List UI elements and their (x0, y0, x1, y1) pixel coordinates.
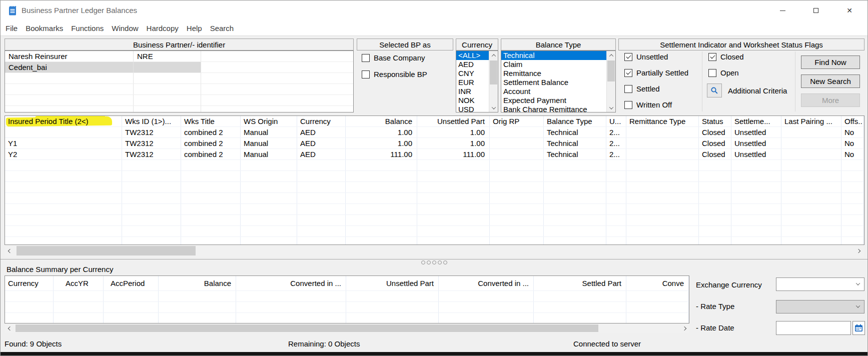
business-partner-row[interactable] (5, 95, 353, 106)
checkbox[interactable] (708, 69, 716, 77)
column-header[interactable]: Balance Type (544, 116, 606, 126)
business-partner-row[interactable] (5, 84, 353, 95)
business-partner-row[interactable]: Cedent_bai (5, 62, 353, 73)
scrollbar-thumb[interactable] (17, 246, 196, 256)
checkbox[interactable] (624, 85, 632, 93)
column-header[interactable]: WS Origin (241, 116, 297, 126)
balance-type-option[interactable]: Account (501, 87, 607, 96)
business-partner-row[interactable] (5, 106, 353, 112)
menu-item-file[interactable]: File (6, 24, 22, 32)
flag-closed[interactable]: Closed (708, 52, 744, 61)
column-header[interactable]: Converted in ... (236, 276, 346, 290)
scroll-up-icon[interactable] (489, 51, 498, 60)
checkbox[interactable] (624, 101, 632, 109)
balance-type-option[interactable]: Technical (501, 51, 607, 60)
business-partner-row[interactable]: Naresh ReinsurerNRE (5, 51, 353, 62)
column-header[interactable]: Balance (159, 276, 236, 290)
checkbox-checked[interactable] (624, 69, 632, 77)
column-header[interactable]: Last Pairing ... (781, 116, 841, 126)
flag-partially-settled[interactable]: Partially Settled (624, 68, 688, 77)
balance-type-listbox[interactable]: TechnicalClaimRemittanceSettlement Balan… (501, 50, 616, 112)
new-search-button[interactable]: New Search (801, 74, 860, 88)
rate-date-input[interactable] (776, 321, 851, 335)
option-responsible-bp[interactable]: Responsible BP (362, 70, 427, 78)
scrollbar-thumb[interactable] (16, 324, 598, 332)
currency-option[interactable]: CNY (456, 69, 489, 78)
checkbox-checked[interactable] (708, 53, 716, 61)
checkbox-checked[interactable] (624, 53, 632, 61)
column-header[interactable]: Orig RP (490, 116, 544, 126)
menu-item-bookmarks[interactable]: Bookmarks (22, 24, 67, 32)
additional-criteria-button[interactable] (707, 84, 722, 98)
column-header[interactable]: Wks Title (181, 116, 241, 126)
flag-settled[interactable]: Settled (624, 84, 688, 93)
flag-unsettled[interactable]: Unsettled (624, 52, 688, 61)
menu-item-functions[interactable]: Functions (67, 24, 108, 32)
currency-scrollbar[interactable] (489, 51, 498, 112)
find-now-button[interactable]: Find Now (801, 56, 860, 69)
scroll-down-icon[interactable] (489, 104, 498, 112)
pager-dot[interactable] (443, 260, 447, 264)
column-header[interactable]: Unsettled Part (346, 276, 439, 290)
column-header[interactable]: Insured Period Title (2<) (5, 116, 122, 126)
currency-option[interactable]: NOK (456, 96, 489, 105)
column-header[interactable]: Currency (297, 116, 346, 126)
balance-type-scrollbar[interactable] (606, 51, 615, 112)
pager-dot[interactable] (427, 260, 431, 264)
currency-option[interactable]: AED (456, 60, 489, 69)
column-header[interactable]: Offs.. (841, 116, 864, 126)
scroll-left-icon[interactable] (6, 246, 14, 255)
checkbox[interactable] (362, 70, 370, 78)
checkbox[interactable] (362, 54, 370, 62)
balance-type-option[interactable]: Expected Payment (501, 96, 607, 105)
column-header[interactable]: Status (699, 116, 731, 126)
menu-item-help[interactable]: Help (183, 24, 206, 32)
column-header[interactable]: Remittance Type (626, 116, 699, 126)
close-button[interactable]: ✕ (838, 0, 861, 20)
minimize-button[interactable] (771, 0, 794, 20)
pager-dot[interactable] (432, 260, 436, 264)
column-header[interactable]: Conve (626, 276, 689, 290)
scrollbar-thumb[interactable] (490, 60, 497, 84)
menu-item-search[interactable]: Search (206, 24, 238, 32)
option-base-company[interactable]: Base Company (362, 54, 427, 62)
column-header[interactable]: Unsettled Part (417, 116, 490, 126)
scroll-down-icon[interactable] (607, 104, 615, 112)
scrollbar-thumb[interactable] (607, 60, 615, 82)
business-partner-row[interactable] (5, 73, 353, 84)
balance-type-option[interactable]: Claim (501, 60, 607, 69)
table-row[interactable]: Y2TW2312combined 2ManualAED111.00111.00T… (5, 149, 864, 160)
column-header[interactable]: Settleme... (731, 116, 781, 126)
results-hscrollbar[interactable] (5, 245, 864, 256)
scroll-up-icon[interactable] (607, 51, 615, 60)
column-header[interactable]: Balance (346, 116, 417, 126)
pager-dot[interactable] (421, 260, 425, 264)
column-header[interactable]: Converted in ... (439, 276, 534, 290)
table-row[interactable]: TW2312combined 2ManualAED1.001.00Technic… (5, 127, 864, 138)
column-header[interactable]: Settled Part (534, 276, 626, 290)
pager-dot[interactable] (438, 260, 442, 264)
scroll-right-icon[interactable] (854, 246, 862, 255)
currency-option[interactable]: <ALL> (456, 51, 489, 60)
currency-option[interactable]: EUR (456, 78, 489, 87)
flag-written-off[interactable]: Written Off (624, 100, 688, 109)
balance-type-option[interactable]: Settlement Balance (501, 78, 607, 87)
calendar-button[interactable] (852, 321, 865, 335)
flag-open[interactable]: Open (708, 68, 744, 77)
balance-type-option[interactable]: Remittance (501, 69, 607, 78)
currency-listbox[interactable]: <ALL>AEDCNYEURINRNOKUSD (456, 50, 498, 112)
menu-item-hardcopy[interactable]: Hardcopy (143, 24, 183, 32)
scroll-left-icon[interactable] (6, 324, 14, 332)
column-header[interactable]: AccPeriod (104, 276, 159, 290)
currency-option[interactable]: INR (456, 87, 489, 96)
summary-hscrollbar[interactable] (5, 324, 689, 333)
column-header[interactable]: Wks ID (1>)... (122, 116, 181, 126)
currency-option[interactable]: USD (456, 105, 489, 112)
balance-type-option[interactable]: Bank Charge Remittance (501, 105, 607, 112)
exchange-currency-select[interactable] (776, 278, 864, 291)
rate-type-select[interactable] (776, 300, 864, 314)
table-row[interactable]: Y1TW2312combined 2ManualAED1.001.00Techn… (5, 138, 864, 149)
column-header[interactable]: Currency (5, 276, 54, 290)
column-header[interactable]: AccYR (54, 276, 104, 290)
maximize-button[interactable] (804, 0, 827, 20)
